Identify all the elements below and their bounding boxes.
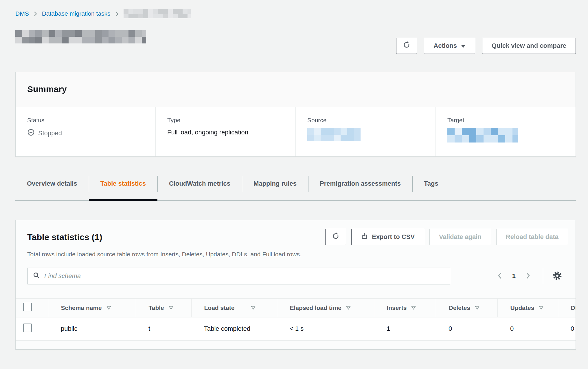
column-header-updates[interactable]: Updates — [497, 299, 558, 317]
column-header-load-state[interactable]: Load state — [191, 299, 277, 317]
summary-field-target: Target — [436, 107, 576, 156]
breadcrumb: DMS Database migration tasks — [15, 9, 576, 19]
summary-field-type: Type Full load, ongoing replication — [155, 107, 295, 156]
export-to-csv-button[interactable]: Export to CSV — [351, 229, 424, 245]
summary-field-status: Status Stopped — [16, 107, 155, 156]
source-redacted-link — [307, 128, 361, 141]
cell-table: t — [136, 317, 191, 340]
validate-again-button[interactable]: Validate again — [429, 229, 491, 245]
tab-mapping-rules[interactable]: Mapping rules — [242, 175, 308, 200]
table-statistics-header: Table statistics (1) — [16, 220, 576, 284]
table-statistics-actions: Export to CSV Validate again Reload tabl… — [325, 229, 568, 245]
reload-table-data-button[interactable]: Reload table data — [496, 229, 568, 245]
gear-icon — [552, 271, 562, 282]
caret-down-icon — [461, 42, 466, 50]
table-row: public t Table completed < 1 s 1 0 0 0 — [16, 317, 576, 340]
chevron-right-icon — [34, 11, 37, 17]
row-checkbox[interactable] — [23, 324, 32, 332]
column-header-ddls[interactable]: DDLs — [558, 299, 576, 317]
chevron-right-icon — [525, 272, 531, 280]
table-statistics-description: Total rows include loaded source table r… — [27, 251, 568, 258]
chevron-right-icon — [115, 11, 119, 17]
column-header-table[interactable]: Table — [136, 299, 191, 317]
select-all-cell — [16, 299, 48, 317]
breadcrumb-link-dms[interactable]: DMS — [15, 10, 29, 17]
sort-icon — [539, 304, 543, 311]
sort-icon — [106, 304, 111, 311]
tab-table-statistics[interactable]: Table statistics — [89, 175, 157, 200]
summary-title: Summary — [27, 84, 568, 94]
breadcrumb-link-migration-tasks[interactable]: Database migration tasks — [42, 10, 111, 17]
schema-search-box — [27, 268, 450, 284]
sort-icon — [475, 304, 479, 311]
column-header-deletes[interactable]: Deletes — [436, 299, 497, 317]
schema-search-input[interactable] — [44, 272, 445, 280]
page-title-redacted — [15, 30, 146, 43]
next-page-button[interactable] — [523, 270, 533, 282]
download-icon — [361, 233, 368, 241]
statistics-table: Schema name Table Load state Elapsed loa… — [16, 298, 576, 341]
select-all-checkbox[interactable] — [23, 303, 32, 311]
status-label: Status — [27, 116, 148, 124]
target-label: Target — [447, 116, 568, 124]
summary-grid: Status Stopped Type Full load, ongoing r… — [16, 107, 576, 156]
target-redacted-link — [447, 128, 518, 143]
status-value: Stopped — [27, 129, 148, 138]
toolbar-divider — [543, 268, 543, 284]
cell-inserts: 1 — [374, 317, 436, 340]
type-value: Full load, ongoing replication — [167, 129, 288, 136]
sort-icon — [251, 304, 256, 311]
table-statistics-panel: Table statistics (1) — [15, 220, 576, 350]
cell-updates: 0 — [497, 317, 558, 340]
search-icon — [33, 272, 40, 280]
tab-bar: Overview details Table statistics CloudW… — [15, 175, 576, 201]
summary-panel-header: Summary — [16, 72, 576, 107]
previous-page-button[interactable] — [495, 270, 505, 282]
refresh-icon — [403, 41, 410, 50]
stopped-icon — [27, 129, 35, 138]
tab-premigration-assessments[interactable]: Premigration assessments — [308, 175, 412, 200]
type-label: Type — [167, 116, 288, 124]
tab-cloudwatch-metrics[interactable]: CloudWatch metrics — [157, 175, 242, 200]
cell-load-state: Table completed — [191, 317, 277, 340]
breadcrumb-redacted-task-name — [124, 9, 191, 18]
column-header-inserts[interactable]: Inserts — [374, 299, 436, 317]
preferences-button[interactable] — [551, 270, 563, 283]
tab-overview-details[interactable]: Overview details — [15, 175, 89, 200]
table-header-row: Schema name Table Load state Elapsed loa… — [16, 299, 576, 317]
table-toolbar: 1 — [27, 268, 568, 284]
summary-field-source: Source — [295, 107, 436, 156]
sort-icon — [169, 304, 173, 311]
column-header-elapsed-load-time[interactable]: Elapsed load time — [277, 299, 374, 317]
page-header: Actions Quick view and compare — [15, 29, 576, 54]
refresh-button[interactable] — [396, 38, 417, 54]
table-refresh-button[interactable] — [325, 229, 346, 245]
tab-tags[interactable]: Tags — [412, 175, 450, 200]
dms-task-page: DMS Database migration tasks Actions — [0, 0, 588, 350]
cell-schema-name: public — [48, 317, 136, 340]
summary-panel: Summary Status Stopped Type Full load, — [15, 72, 576, 157]
header-actions: Actions Quick view and compare — [396, 38, 576, 54]
source-label: Source — [307, 116, 428, 124]
column-header-schema-name[interactable]: Schema name — [48, 299, 136, 317]
pagination: 1 — [495, 268, 568, 284]
quick-view-compare-button[interactable]: Quick view and compare — [482, 38, 576, 54]
cell-elapsed-load-time: < 1 s — [277, 317, 374, 340]
actions-button[interactable]: Actions — [424, 38, 475, 54]
cell-ddls: 0 — [558, 317, 576, 340]
current-page-number[interactable]: 1 — [507, 272, 521, 280]
sort-icon — [346, 304, 351, 311]
cell-deletes: 0 — [436, 317, 497, 340]
refresh-icon — [332, 232, 339, 242]
chevron-left-icon — [497, 272, 503, 280]
table-statistics-title: Table statistics (1) — [27, 229, 102, 242]
row-select-cell — [16, 317, 48, 340]
sort-icon — [411, 304, 416, 311]
